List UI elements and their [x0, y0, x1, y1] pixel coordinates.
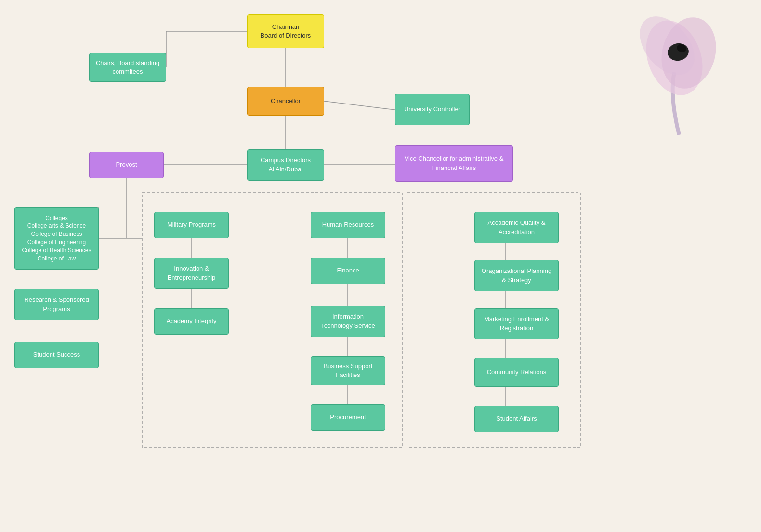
org-planning-label: Oraganizational Planning & Strategy — [480, 267, 553, 284]
finance-label: Finance — [337, 266, 359, 275]
student-affairs-node: Student Affairs — [474, 406, 559, 432]
military-programs-node: Military Programs — [154, 212, 229, 238]
chancellor-label: Chancellor — [271, 97, 301, 105]
academy-integrity-label: Academy Integrity — [166, 317, 216, 325]
it-service-label: Information Technology Service — [316, 312, 380, 330]
org-chart: ChairmanBoard of Directors Chairs, Board… — [0, 0, 761, 532]
chairman-label: ChairmanBoard of Directors — [261, 23, 311, 40]
student-success-node: Student Success — [14, 342, 99, 368]
innovation-label: Innovation &Entrepreneurship — [168, 264, 216, 282]
procurement-node: Procurement — [311, 404, 385, 431]
university-controller-node: University Controller — [395, 94, 470, 125]
community-relations-label: Community Relations — [487, 368, 547, 376]
decorative-flower — [626, 0, 732, 135]
procurement-label: Procurement — [330, 413, 366, 422]
colleges-label: CollegesCollege arts & ScienceCollege of… — [22, 214, 91, 263]
org-planning-node: Oraganizational Planning & Strategy — [474, 260, 559, 291]
chairs-board-node: Chairs, Board standing commitees — [89, 53, 166, 82]
military-programs-label: Military Programs — [167, 221, 216, 229]
campus-directors-label: Campus DirectorsAl Ain/Dubai — [261, 156, 311, 173]
human-resources-label: Human Resources — [322, 221, 374, 229]
colleges-node: CollegesCollege arts & ScienceCollege of… — [14, 207, 99, 270]
academic-quality-node: Accademic Quality &Accreditation — [474, 212, 559, 243]
finance-node: Finance — [311, 258, 385, 284]
vice-chancellor-label: Vice Chancellor for administrative & Fin… — [400, 155, 508, 172]
academic-quality-label: Accademic Quality &Accreditation — [488, 219, 546, 236]
research-node: Research & Sponsored Programs — [14, 289, 99, 320]
chancellor-node: Chancellor — [247, 87, 324, 116]
student-affairs-label: Student Affairs — [496, 415, 537, 423]
provost-label: Provost — [116, 160, 137, 169]
marketing-node: Marketing Enrollment &Registration — [474, 308, 559, 339]
campus-directors-node: Campus DirectorsAl Ain/Dubai — [247, 149, 324, 181]
chairman-node: ChairmanBoard of Directors — [247, 14, 324, 48]
academy-integrity-node: Academy Integrity — [154, 308, 229, 335]
svg-line-9 — [324, 101, 395, 110]
marketing-label: Marketing Enrollment &Registration — [484, 315, 549, 332]
chairs-board-label: Chairs, Board standing commitees — [94, 59, 161, 76]
it-service-node: Information Technology Service — [311, 306, 385, 337]
business-support-label: Business Support Facilities — [316, 362, 380, 379]
student-success-label: Student Success — [33, 350, 80, 359]
innovation-node: Innovation &Entrepreneurship — [154, 258, 229, 289]
university-controller-label: University Controller — [404, 105, 460, 114]
vice-chancellor-node: Vice Chancellor for administrative & Fin… — [395, 145, 513, 182]
business-support-node: Business Support Facilities — [311, 356, 385, 385]
provost-node: Provost — [89, 152, 164, 178]
human-resources-node: Human Resources — [311, 212, 385, 238]
research-label: Research & Sponsored Programs — [20, 296, 93, 313]
community-relations-node: Community Relations — [474, 358, 559, 387]
